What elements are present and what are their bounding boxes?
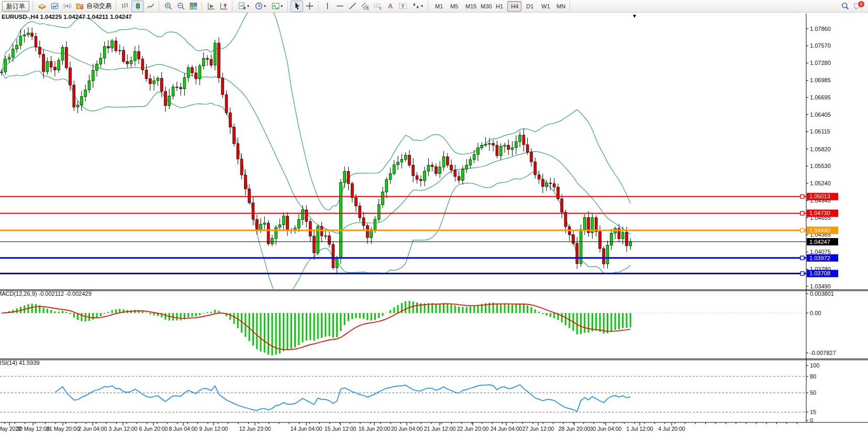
zoom-out-icon (176, 2, 185, 10)
svg-text:30 Jun 04:00: 30 Jun 04:00 (590, 426, 622, 432)
timeframe-m5[interactable]: M5 (447, 1, 461, 12)
auto-trading-button[interactable] (73, 1, 86, 12)
svg-text:28 Jun 20:00: 28 Jun 20:00 (559, 426, 591, 432)
trendline-button[interactable] (346, 1, 359, 12)
chart-canvas[interactable]: 1.078601.075701.072801.069851.066951.064… (0, 13, 868, 435)
svg-text:1.04247: 1.04247 (809, 239, 830, 245)
indicators-icon (271, 2, 280, 10)
svg-text:1 Jul 12:00: 1 Jul 12:00 (626, 426, 653, 432)
horizontal-line-button[interactable] (333, 1, 346, 12)
vertical-line-button[interactable] (321, 1, 333, 12)
svg-text:1.03972: 1.03972 (809, 255, 830, 261)
crosshair-button[interactable] (303, 1, 316, 12)
svg-text:T: T (401, 3, 404, 9)
tile-windows-button[interactable] (187, 1, 199, 12)
periods-button[interactable]: ▾ (252, 1, 269, 12)
auto-trading-label[interactable]: 自动交易 (86, 2, 112, 10)
channel-icon: E (361, 2, 370, 10)
svg-text:-0.007827: -0.007827 (810, 350, 836, 356)
svg-text:4 Jul 20:00: 4 Jul 20:00 (658, 426, 685, 432)
svg-text:100: 100 (810, 362, 819, 369)
horizontal-line-icon (336, 2, 344, 10)
bars-chart-button[interactable] (119, 1, 131, 12)
zoom-in-icon (164, 2, 173, 10)
cursor-button[interactable] (291, 1, 303, 12)
svg-text:F: F (379, 7, 381, 10)
svg-text:14 Jun 04:00: 14 Jun 04:00 (291, 426, 322, 432)
text-label-icon: T (398, 2, 407, 10)
mt4-window: 新订单 (0, 0, 868, 435)
arrows-button[interactable]: ▾ (409, 1, 426, 12)
timeframe-m1[interactable]: M1 (431, 1, 446, 12)
text-button[interactable]: A (384, 1, 396, 12)
svg-text:30 May 12:00: 30 May 12:00 (16, 426, 50, 432)
svg-text:1.03708: 1.03708 (809, 270, 830, 276)
signal-icon (63, 2, 72, 10)
chart-shift-marker-icon: ▼ (632, 13, 637, 19)
svg-text:1.05530: 1.05530 (810, 163, 831, 169)
indicators-button[interactable]: ▾ (269, 1, 285, 12)
svg-text:15: 15 (810, 409, 816, 415)
svg-text:A: A (387, 2, 392, 10)
signal-button[interactable] (61, 1, 73, 12)
toolbar-separator (570, 2, 571, 11)
crosshair-icon (305, 2, 314, 10)
book-button[interactable] (36, 1, 48, 12)
zoom-out-button[interactable] (174, 1, 187, 12)
svg-text:E: E (366, 7, 369, 10)
toolbar-separator (32, 2, 34, 11)
timeframe-m30[interactable]: M30 (477, 1, 491, 12)
svg-text:20 Jun 04:00: 20 Jun 04:00 (391, 426, 423, 432)
toolbar-separator (428, 2, 429, 11)
timeframe-w1[interactable]: W1 (538, 1, 552, 12)
svg-text:24 Jun 04:00: 24 Jun 04:00 (491, 426, 522, 432)
new-chart-icon (238, 2, 247, 10)
svg-text:8 Jun 04:00: 8 Jun 04:00 (169, 426, 198, 432)
arrows-icon (411, 2, 420, 10)
toolbar-separator (116, 2, 117, 11)
rsi-label: RSI(14) 41.5939 (0, 360, 40, 366)
chart-area[interactable]: 1.078601.075701.072801.069851.066951.064… (0, 13, 868, 435)
svg-text:31 May 20:00: 31 May 20:00 (46, 426, 80, 432)
chart-shift-button[interactable] (217, 1, 230, 12)
bars-chart-icon (121, 2, 130, 10)
svg-text:21 Jun 12:00: 21 Jun 12:00 (424, 426, 456, 432)
search-icon (841, 2, 850, 10)
svg-text:1.06985: 1.06985 (810, 77, 831, 83)
line-chart-button[interactable] (144, 1, 157, 12)
svg-text:27 Jun 12:00: 27 Jun 12:00 (522, 426, 554, 432)
timeframe-mn[interactable]: MN (553, 1, 567, 12)
svg-text:16 Jun 20:00: 16 Jun 20:00 (359, 426, 391, 432)
fibonacci-button[interactable]: F (371, 1, 384, 12)
tile-windows-icon (189, 2, 198, 10)
candlestick-chart-icon (133, 2, 142, 10)
svg-text:1.07280: 1.07280 (810, 60, 831, 66)
timeframe-m15[interactable]: M15 (462, 1, 476, 12)
new-order-button[interactable]: 新订单 (2, 1, 29, 12)
chart-window-button[interactable] (48, 1, 61, 12)
timeframe-d1[interactable]: D1 (522, 1, 537, 12)
notifications-button[interactable]: 1 (851, 1, 864, 12)
auto-scroll-icon (207, 2, 216, 10)
timeframe-h4[interactable]: H4 (507, 1, 521, 12)
svg-text:2 Jun 04:00: 2 Jun 04:00 (79, 426, 107, 432)
svg-text:12 Jun 23:00: 12 Jun 23:00 (239, 426, 271, 432)
auto-scroll-button[interactable] (205, 1, 217, 12)
svg-text:80: 80 (810, 373, 816, 380)
timeframe-h1[interactable]: H1 (492, 1, 506, 12)
chart-title: EURUSD-,H4 1.04225 1.04247 1.04211 1.042… (2, 14, 132, 20)
candlestick-chart-button[interactable] (131, 1, 144, 12)
zoom-in-button[interactable] (162, 1, 174, 12)
svg-text:1.06405: 1.06405 (810, 111, 831, 118)
svg-text:1.06115: 1.06115 (810, 128, 830, 135)
trendline-icon (348, 2, 357, 10)
channel-button[interactable]: E (359, 1, 371, 12)
text-label-button[interactable]: T (396, 1, 409, 12)
new-chart-button[interactable]: ▾ (235, 1, 252, 12)
toolbar-separator (318, 2, 319, 11)
notification-badge: 1 (858, 1, 865, 8)
chevron-down-icon: ▾ (421, 4, 423, 8)
auto-trading-icon (75, 2, 84, 10)
search-button[interactable] (839, 1, 851, 12)
toolbar-separator (202, 2, 203, 11)
